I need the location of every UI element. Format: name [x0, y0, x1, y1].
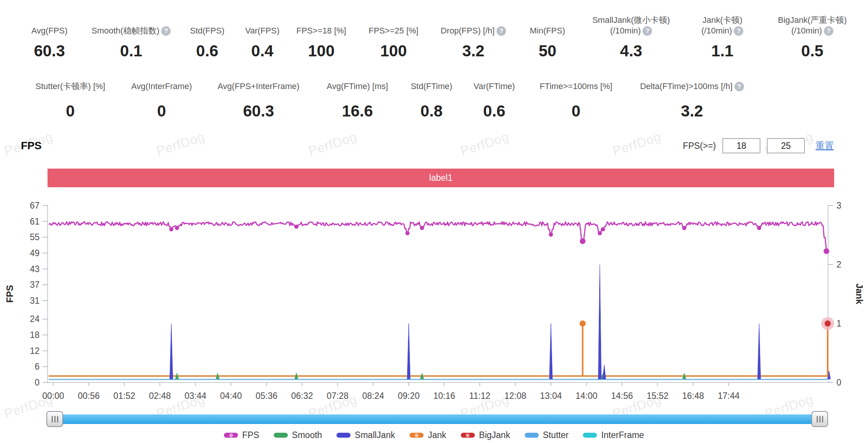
- svg-text:31: 31: [30, 296, 40, 306]
- help-icon[interactable]: ?: [643, 26, 652, 36]
- svg-text:12:08: 12:08: [505, 391, 527, 401]
- stat-avg-ftime-ms-: Avg(FTime) [ms]16.6: [312, 81, 403, 120]
- stat-value: 4.3: [620, 42, 642, 60]
- stat-value: 0.6: [196, 42, 218, 60]
- stat-value: 50: [539, 42, 557, 60]
- legend-marker-stutter-icon: [525, 433, 539, 438]
- legend-item-bigjank[interactable]: BigJank: [461, 430, 510, 440]
- legend-item-jank[interactable]: Jank: [409, 430, 446, 440]
- fps-threshold-label: FPS(>=): [683, 141, 716, 151]
- reset-link[interactable]: 重置: [816, 140, 834, 152]
- svg-text:05:36: 05:36: [255, 391, 278, 401]
- help-icon[interactable]: ?: [161, 26, 171, 36]
- legend-item-stutter[interactable]: Stutter: [525, 430, 569, 440]
- svg-text:3: 3: [836, 201, 841, 210]
- stat-min-fps-: Min(FPS)50: [513, 8, 582, 60]
- svg-text:12: 12: [30, 346, 40, 356]
- svg-text:55: 55: [30, 232, 40, 242]
- svg-text:16:48: 16:48: [682, 391, 704, 401]
- stat-std-ftime-: Std(FTime)0.8: [403, 81, 460, 120]
- stat-value: 0: [157, 102, 166, 120]
- legend-marker-smooth-icon: [274, 433, 288, 438]
- stat-label: Drop(FPS) [/h]?: [441, 8, 506, 37]
- stat-label: Delta(FTime)>100ms [/h]?: [640, 81, 744, 92]
- legend-label: BigJank: [479, 430, 510, 440]
- legend-label: Jank: [428, 430, 446, 440]
- stat-value: 60.3: [243, 102, 274, 120]
- stat-std-fps-: Std(FPS)0.6: [179, 8, 236, 60]
- scrollbar-right-handle[interactable]: [811, 411, 828, 427]
- stat-value: 100: [308, 42, 335, 60]
- stat-label: Var(FPS): [245, 8, 279, 37]
- svg-text:24: 24: [30, 314, 40, 324]
- fps-jank-chart[interactable]: 6761554943373124181260321000:0000:5601:5…: [0, 190, 868, 413]
- svg-text:37: 37: [30, 280, 40, 290]
- fps-section-header: FPS FPS(>=) 重置: [21, 137, 834, 155]
- stat-smooth-: Smooth(稳帧指数)?0.1: [84, 8, 179, 60]
- stat-smalljank-: SmallJank(微小卡顿)(/10min)?4.3: [582, 8, 681, 60]
- svg-text:08:24: 08:24: [362, 391, 384, 401]
- svg-text:14:56: 14:56: [611, 391, 633, 401]
- legend-item-fps[interactable]: FPS: [224, 430, 259, 440]
- stat-avg-fps-interframe-: Avg(FPS+InterFrame)60.3: [205, 81, 312, 120]
- stat-value: 16.6: [342, 102, 373, 120]
- chart-range-scrollbar[interactable]: [57, 414, 817, 424]
- help-icon[interactable]: ?: [734, 26, 743, 36]
- legend-label: FPS: [242, 430, 259, 440]
- fps-threshold-input-1[interactable]: [722, 138, 760, 153]
- legend-label: Stutter: [543, 430, 569, 440]
- stat-value: 60.3: [34, 42, 65, 60]
- stat-avg-interframe-: Avg(InterFrame)0: [118, 81, 205, 120]
- stat-label: Avg(FPS+InterFrame): [217, 81, 299, 92]
- stat-label: Avg(InterFrame): [131, 81, 192, 92]
- svg-text:18: 18: [30, 330, 40, 340]
- legend-label: InterFrame: [601, 430, 644, 440]
- svg-text:43: 43: [30, 264, 40, 274]
- stat-label: Std(FTime): [411, 81, 452, 92]
- fps-threshold-filter: FPS(>=) 重置: [683, 138, 834, 153]
- stat-value: 100: [380, 42, 407, 60]
- stat-value: 0.1: [120, 42, 142, 60]
- svg-text:03:44: 03:44: [184, 391, 206, 401]
- stat-value: 0: [571, 102, 580, 120]
- legend-marker-interframe-icon: [583, 433, 597, 438]
- stat-value: 0.5: [801, 42, 823, 60]
- legend-label: Smooth: [292, 430, 322, 440]
- stat-value: 0: [66, 102, 75, 120]
- legend-marker-fps-icon: [224, 433, 238, 438]
- help-icon[interactable]: ?: [824, 26, 833, 36]
- stat-label: Std(FPS): [190, 8, 224, 37]
- svg-text:02:48: 02:48: [149, 391, 171, 401]
- stat-label: FPS>=18 [%]: [297, 8, 346, 37]
- svg-text:0: 0: [35, 378, 40, 387]
- stats-row-2: Stutter(卡顿率) [%]0Avg(InterFrame)0Avg(FPS…: [23, 81, 760, 120]
- chart-legend: FPSSmoothSmallJankJankBigJankStutterInte…: [0, 430, 868, 440]
- stat-avg-fps-: Avg(FPS)60.3: [15, 8, 84, 60]
- svg-text:13:04: 13:04: [540, 391, 562, 401]
- legend-item-interframe[interactable]: InterFrame: [583, 430, 644, 440]
- stat-ftime-100ms-: FTime>=100ms [%]0: [528, 81, 624, 120]
- stat-label: BigJank(严重卡顿)(/10min)?: [778, 8, 847, 37]
- stat-delta-ftime-100ms-h-: Delta(FTime)>100ms [/h]?3.2: [624, 81, 760, 120]
- stat-value: 0.8: [421, 102, 443, 120]
- stat-label: Min(FPS): [530, 8, 565, 37]
- svg-text:61: 61: [30, 217, 40, 226]
- svg-text:09:20: 09:20: [398, 391, 420, 401]
- legend-item-smalljank[interactable]: SmallJank: [336, 430, 395, 440]
- help-icon[interactable]: ?: [497, 26, 506, 36]
- stat-value: 1.1: [711, 42, 733, 60]
- svg-text:15:52: 15:52: [647, 391, 669, 401]
- legend-item-smooth[interactable]: Smooth: [274, 430, 322, 440]
- svg-text:2: 2: [836, 260, 841, 269]
- perfdog-dashboard: PerfDogPerfDogPerfDogPerfDogPerfDogPerfD…: [0, 0, 868, 443]
- stat-label: SmallJank(微小卡顿)(/10min)?: [592, 8, 670, 37]
- help-icon[interactable]: ?: [735, 82, 744, 91]
- svg-text:10:16: 10:16: [433, 391, 455, 401]
- svg-text:FPS: FPS: [5, 285, 15, 303]
- stat-label: FPS>=25 [%]: [369, 8, 419, 37]
- svg-text:04:40: 04:40: [220, 391, 242, 401]
- legend-marker-smalljank-icon: [336, 433, 351, 438]
- fps-threshold-input-2[interactable]: [767, 138, 805, 153]
- scrollbar-left-handle[interactable]: [46, 411, 63, 427]
- grip-icon: [52, 416, 53, 422]
